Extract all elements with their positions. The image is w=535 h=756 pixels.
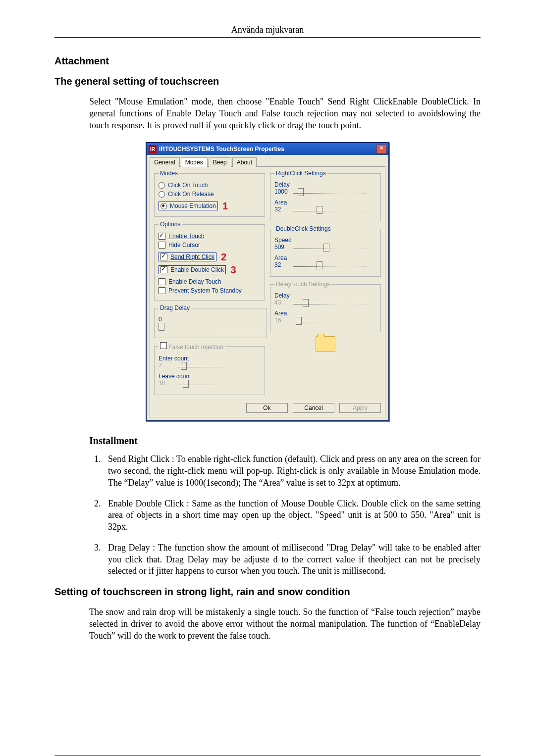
group-rightclick: RightClick Settings Delay 1000 Area 32	[270, 170, 381, 221]
slider-leave-count[interactable]	[177, 380, 251, 388]
group-doubleclick: DoubleClick Settings Speed 509 Area 32	[270, 225, 381, 277]
check-enable-double-click[interactable]	[160, 266, 167, 273]
slider-dc-speed[interactable]	[293, 244, 367, 252]
list-item: Drag Delay : The function show the amoun…	[103, 542, 481, 577]
group-delaytouch-legend: DelayTouch Settings	[274, 281, 331, 288]
ok-button[interactable]: Ok	[246, 403, 288, 413]
group-modes: Modes Click On Touch Click On Release	[154, 170, 265, 217]
label-click-on-release: Click On Release	[168, 191, 214, 198]
list-item: Enable Double Click : Same as the functi…	[103, 498, 481, 533]
check-prevent-standby[interactable]	[159, 287, 165, 294]
check-false-touch-rejection[interactable]	[160, 342, 167, 349]
label-dc-area: Area	[274, 254, 376, 261]
enter-count-value: 7	[159, 362, 175, 369]
heading-installment: Installment	[89, 435, 481, 447]
group-options-legend: Options	[159, 221, 182, 228]
tab-about[interactable]: About	[232, 157, 257, 167]
group-doubleclick-legend: DoubleClick Settings	[274, 225, 332, 232]
check-send-right-click[interactable]	[160, 253, 167, 260]
slider-rc-delay[interactable]	[293, 188, 367, 196]
annotation-2: 2	[221, 252, 226, 262]
touchscreen-properties-dialog: IR IRTOUCHSYSTEMS TouchScreen Properties…	[146, 142, 389, 421]
drag-delay-value: 0	[159, 316, 175, 323]
heading-attachment: Attachment	[54, 55, 481, 67]
group-options: Options Enable Touch Hide Cursor	[154, 221, 265, 301]
folder-icon[interactable]	[316, 336, 335, 352]
label-enable-delay-touch: Enable Delay Touch	[168, 278, 221, 285]
label-leave-count: Leave count	[159, 373, 261, 380]
label-rc-delay: Delay	[274, 181, 376, 188]
list-item: Send Right Click : To enable right-click…	[103, 454, 481, 489]
slider-drag-delay[interactable]	[159, 323, 263, 331]
rc-area-value: 32	[274, 206, 291, 213]
group-drag-delay-legend: Drag Delay	[159, 304, 191, 311]
check-enable-delay-touch[interactable]	[159, 278, 165, 285]
label-enable-touch: Enable Touch	[168, 233, 205, 240]
label-mouse-emulation: Mouse Emulation	[170, 202, 216, 209]
running-head: Använda mjukvaran	[54, 25, 481, 35]
slider-dt-area[interactable]	[293, 317, 367, 325]
label-send-right-click: Send Right Click	[170, 253, 214, 260]
heading-strong-light: Setting of touchscreen in strong light, …	[54, 586, 481, 598]
dc-speed-value: 509	[274, 244, 291, 251]
label-click-on-touch: Click On Touch	[168, 182, 208, 189]
check-enable-touch[interactable]	[159, 233, 165, 240]
annotation-3: 3	[230, 264, 236, 275]
group-delaytouch: DelayTouch Settings Delay 43 Area 16	[270, 281, 381, 332]
slider-enter-count[interactable]	[177, 362, 251, 370]
radio-mouse-emulation[interactable]	[160, 203, 167, 209]
rc-delay-value: 1000	[274, 188, 291, 195]
tab-beep[interactable]: Beep	[209, 157, 231, 167]
header-rule	[54, 37, 481, 38]
slider-dc-area[interactable]	[293, 261, 367, 269]
cancel-button[interactable]: Cancel	[293, 403, 334, 413]
app-icon: IR	[149, 145, 157, 153]
label-dt-area: Area	[274, 310, 376, 317]
dc-area-value: 32	[274, 261, 291, 268]
tab-strip: General Modes Beep About	[147, 155, 388, 166]
radio-click-on-touch[interactable]	[159, 182, 165, 189]
annotation-1: 1	[222, 201, 228, 211]
label-prevent-standby: Prevent System To Standby	[168, 287, 242, 294]
label-dt-delay: Delay	[274, 292, 376, 299]
group-modes-legend: Modes	[159, 170, 179, 177]
label-false-touch-rejection: False touch rejection	[168, 344, 223, 351]
close-icon[interactable]: ×	[376, 145, 386, 153]
slider-dt-delay[interactable]	[293, 299, 367, 307]
slider-rc-area[interactable]	[293, 206, 367, 214]
paragraph-general: Select "Mouse Emulation" mode, then choo…	[89, 96, 481, 131]
leave-count-value: 10	[159, 380, 175, 387]
group-false-touch: False touch rejection Enter count 7 Lea	[154, 342, 265, 395]
dt-delay-value: 43	[274, 299, 291, 306]
label-dc-speed: Speed	[274, 237, 376, 244]
heading-general-setting: The general setting of touchscreen	[54, 76, 481, 87]
installment-list: Send Right Click : To enable right-click…	[89, 454, 481, 577]
dialog-titlebar[interactable]: IR IRTOUCHSYSTEMS TouchScreen Properties…	[147, 143, 388, 155]
group-drag-delay: Drag Delay 0	[154, 304, 267, 338]
dt-area-value: 16	[274, 317, 291, 324]
tab-modes[interactable]: Modes	[181, 157, 208, 167]
label-enter-count: Enter count	[159, 355, 261, 362]
check-hide-cursor[interactable]	[159, 242, 165, 249]
dialog-title: IRTOUCHSYSTEMS TouchScreen Properties	[159, 146, 376, 152]
apply-button[interactable]: Apply	[339, 403, 381, 413]
label-enable-double-click: Enable Double Click	[170, 266, 224, 273]
paragraph-strong-light: The snow and rain drop will be mistakenl…	[89, 606, 481, 642]
tab-general[interactable]: General	[150, 157, 180, 167]
group-rightclick-legend: RightClick Settings	[274, 170, 327, 177]
radio-click-on-release[interactable]	[159, 191, 165, 198]
label-rc-area: Area	[274, 199, 376, 206]
label-hide-cursor: Hide Cursor	[168, 242, 200, 249]
